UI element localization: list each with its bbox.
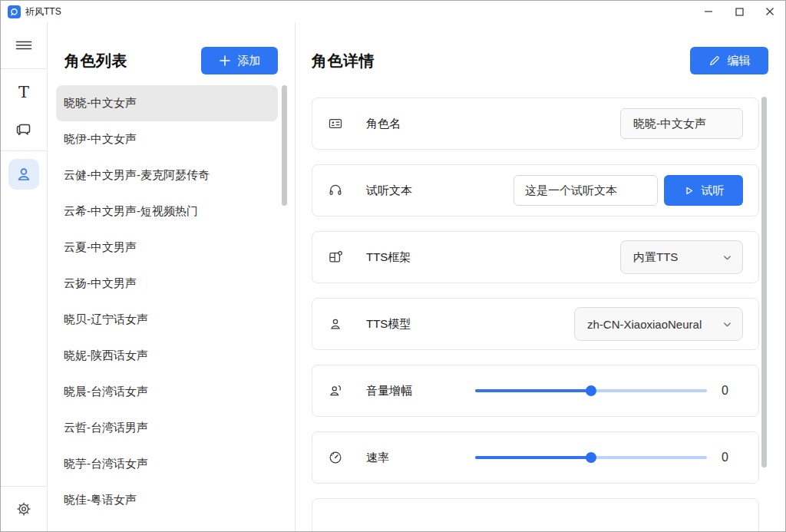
titlebar: 祈风TTS (1, 1, 785, 22)
menu-toggle-button[interactable] (1, 22, 47, 68)
plus-icon (219, 55, 231, 67)
window-title: 祈风TTS (25, 5, 61, 18)
role-list-panel: 角色列表 添加 晓晓-中文女声 晓伊-中文女声 云健-中文男声-麦克阿瑟传奇 云… (48, 22, 296, 531)
slider-fill (475, 456, 591, 459)
slider-fill (475, 389, 591, 392)
chevron-down-icon (722, 252, 733, 263)
person-icon (15, 165, 33, 183)
volume-gain-label: 音量增幅 (366, 384, 466, 398)
role-list-item[interactable]: 云哲-台湾话男声 (56, 410, 278, 446)
app-window: 祈风TTS T (0, 0, 786, 532)
rate-label: 速率 (366, 451, 466, 465)
tts-model-label: TTS模型 (366, 317, 411, 332)
frame-icon (328, 249, 343, 265)
window-controls (693, 1, 785, 22)
role-list-item[interactable]: 晓贝-辽宁话女声 (56, 302, 278, 338)
detail-cards: 角色名 试听文本 试听 (296, 97, 785, 531)
role-list-item[interactable]: 晓晓-中文女声 (56, 85, 278, 121)
minimize-button[interactable] (693, 1, 724, 22)
hamburger-icon (15, 36, 33, 55)
pencil-icon (708, 55, 721, 67)
play-icon (683, 185, 695, 197)
role-list-header: 角色列表 添加 (48, 22, 295, 85)
role-list-item[interactable]: 云希-中文男声-短视频热门 (56, 193, 278, 230)
tts-model-row: TTS模型 zh-CN-XiaoxiaoNeural (312, 298, 759, 350)
tts-model-value: zh-CN-XiaoxiaoNeural (587, 318, 722, 331)
audition-text-input[interactable] (514, 175, 658, 206)
role-list-item[interactable]: 云健-中文男声-麦克阿瑟传奇 (56, 157, 278, 193)
voice-icon (328, 383, 343, 398)
volume-gain-slider[interactable] (475, 385, 707, 397)
role-name-label: 角色名 (366, 117, 401, 131)
edit-label: 编辑 (728, 54, 751, 68)
gauge-icon (328, 450, 343, 465)
role-list-item[interactable]: 晓妮-陕西话女声 (56, 338, 278, 374)
text-tool-icon: T (18, 83, 29, 101)
role-list-item[interactable]: 晓佳-粤语女声 (56, 482, 278, 518)
add-role-button[interactable]: 添加 (201, 47, 278, 74)
tts-framework-value: 内置TTS (633, 250, 722, 265)
role-list-item[interactable]: 晓伊-中文女声 (56, 121, 278, 157)
sidebar-item-roles[interactable] (8, 159, 39, 190)
role-list-item[interactable]: 云扬-中文男声 (56, 266, 278, 302)
chat-bubbles-icon (15, 120, 33, 138)
icon-sidebar: T (1, 22, 48, 531)
role-list-item[interactable]: 晓晨-台湾话女声 (56, 374, 278, 410)
role-list-item[interactable]: 晓芋-台湾话女声 (56, 446, 278, 482)
role-list: 晓晓-中文女声 晓伊-中文女声 云健-中文男声-麦克阿瑟传奇 云希-中文男声-短… (56, 85, 278, 518)
tts-model-select[interactable]: zh-CN-XiaoxiaoNeural (574, 307, 743, 341)
role-list-item[interactable]: 云夏-中文男声 (56, 230, 278, 266)
edit-button[interactable]: 编辑 (690, 47, 768, 74)
rate-value: 0 (707, 451, 743, 464)
role-detail-header: 角色详情 编辑 (296, 22, 785, 85)
role-list-title: 角色列表 (64, 51, 127, 71)
tts-framework-select[interactable]: 内置TTS (620, 240, 743, 274)
role-list-scrollbar[interactable] (282, 85, 287, 206)
sidebar-item-text[interactable]: T (7, 74, 41, 111)
slider-thumb[interactable] (586, 452, 596, 463)
close-button[interactable] (755, 1, 785, 22)
id-card-icon (328, 116, 343, 131)
gear-icon (15, 501, 32, 517)
sidebar-divider (1, 150, 47, 151)
audition-label: 试听文本 (366, 183, 412, 198)
rate-row: 速率 0 (312, 431, 759, 484)
rate-slider[interactable] (475, 451, 707, 464)
partial-next-row (312, 498, 759, 531)
detail-scrollbar[interactable] (761, 97, 767, 468)
app-logo-icon (8, 5, 21, 18)
headphones-icon (328, 183, 343, 198)
volume-gain-row: 音量增幅 0 (312, 365, 759, 417)
audition-row: 试听文本 试听 (312, 164, 759, 216)
settings-button[interactable] (1, 487, 47, 531)
role-name-row: 角色名 (312, 97, 759, 150)
role-detail-title: 角色详情 (312, 51, 375, 71)
volume-gain-value: 0 (707, 384, 743, 398)
sidebar-nav: T (1, 69, 47, 190)
sidebar-item-chat[interactable] (7, 111, 41, 147)
chevron-down-icon (722, 319, 733, 330)
listen-label: 试听 (702, 183, 725, 198)
role-detail-panel: 角色详情 编辑 角色名 (296, 22, 785, 531)
person-icon (328, 316, 343, 332)
tts-framework-label: TTS框架 (366, 250, 411, 265)
slider-thumb[interactable] (586, 385, 596, 396)
add-role-label: 添加 (238, 54, 261, 68)
maximize-button[interactable] (724, 1, 755, 22)
sidebar-bottom (1, 486, 47, 531)
role-name-value[interactable] (620, 108, 743, 139)
listen-button[interactable]: 试听 (664, 175, 743, 206)
tts-framework-row: TTS框架 内置TTS (312, 231, 759, 283)
